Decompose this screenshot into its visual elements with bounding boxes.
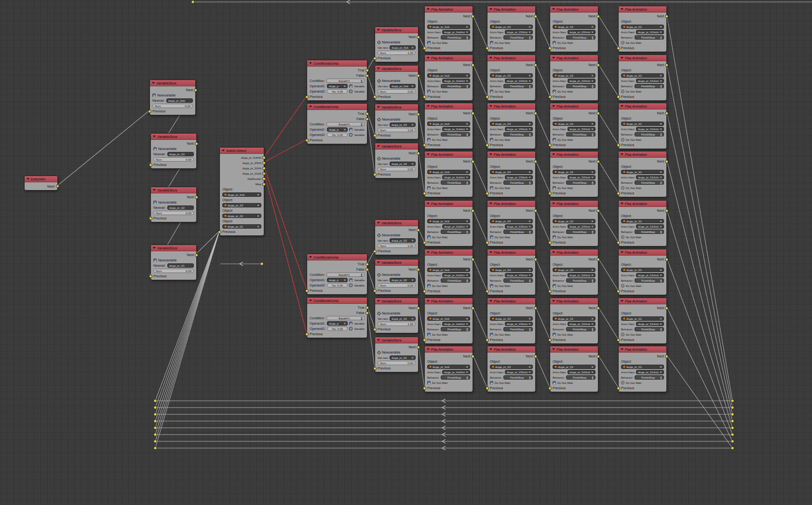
clear-icon[interactable]: ✕ (466, 323, 468, 326)
anim-name-field[interactable]: doga_pr_03Action001✕ (505, 370, 533, 374)
behavior-dropdown[interactable]: FinishStop (503, 180, 533, 185)
object-field[interactable]: doga_pr_01✕ (621, 122, 664, 126)
operand2-variable-checkbox[interactable] (349, 133, 352, 136)
node-variablestore[interactable]: VariableStoreNextNewvariableVar.namdoga_… (375, 104, 419, 139)
previous-input-socket[interactable] (548, 386, 552, 390)
node-header[interactable]: Play Animation (487, 346, 535, 353)
object-field[interactable]: doga_pr_fiub✕ (222, 192, 261, 197)
true-output-socket[interactable] (365, 68, 369, 72)
variable-name-field[interactable]: doga_pr_02✕ (390, 238, 416, 243)
do-not-wait-checkbox[interactable] (621, 333, 624, 336)
clear-icon[interactable]: ✕ (660, 366, 662, 369)
previous-input-socket[interactable] (548, 46, 552, 50)
node-play-animation[interactable]: Play AnimationNextObject:doga_pr_fiub✕An… (424, 298, 473, 344)
do-not-wait-checkbox[interactable] (427, 235, 431, 239)
previous-input-socket[interactable] (486, 241, 489, 244)
clear-icon[interactable]: ✕ (528, 128, 531, 131)
collapse-arrow-icon[interactable] (621, 348, 623, 350)
clear-icon[interactable]: ✕ (528, 80, 531, 82)
previous-input-socket[interactable] (486, 46, 489, 50)
num-field[interactable]: Num0.00 (378, 167, 416, 171)
behavior-dropdown[interactable]: FinishStop (635, 375, 664, 380)
next-output-socket[interactable] (534, 14, 537, 18)
anim-name-field[interactable]: doga_pr_fiubAction✕ (442, 30, 470, 34)
variable-name-field[interactable]: doga_pr_fiub✕ (390, 84, 416, 88)
node-header[interactable]: Play Animation (487, 103, 535, 109)
anim-name-field[interactable]: doga_pr_01Action✕ (636, 30, 664, 34)
clear-icon[interactable]: ✕ (466, 26, 468, 28)
num-field[interactable]: Num1.00 (378, 244, 416, 248)
anim-name-field[interactable]: doga_pr_02Action001✕ (568, 175, 595, 179)
collapse-arrow-icon[interactable] (377, 68, 380, 69)
next-output-socket[interactable] (417, 151, 420, 155)
previous-input-socket[interactable] (548, 241, 552, 244)
next-output-socket[interactable] (471, 209, 474, 212)
object-field[interactable]: doga_pr_03✕ (490, 25, 533, 29)
behavior-dropdown[interactable]: FinishStop (441, 230, 470, 234)
behavior-dropdown[interactable]: FinishStop (503, 132, 533, 136)
collapse-arrow-icon[interactable] (489, 8, 492, 10)
previous-input-socket[interactable] (486, 95, 489, 98)
do-not-wait-checkbox[interactable] (553, 381, 556, 384)
clear-icon[interactable]: ✕ (660, 123, 662, 125)
next-output-socket[interactable] (596, 306, 600, 310)
collapse-arrow-icon[interactable] (377, 300, 380, 302)
anim-name-field[interactable]: doga_pr_fiubAction001✕ (442, 273, 470, 277)
next-output-socket[interactable] (56, 185, 59, 188)
node-header[interactable]: Play Animation (487, 55, 535, 61)
do-not-wait-checkbox[interactable] (553, 284, 556, 287)
clear-icon[interactable]: ✕ (528, 26, 531, 28)
next-output-socket[interactable] (596, 258, 600, 261)
collapse-arrow-icon[interactable] (153, 247, 156, 249)
behavior-dropdown[interactable]: FinishStop (441, 278, 470, 283)
next-output-socket[interactable] (665, 306, 668, 310)
variable-name-field[interactable]: doga_pr_01✕ (390, 316, 416, 321)
collapse-arrow-icon[interactable] (552, 348, 555, 350)
clear-icon[interactable]: ✕ (591, 31, 594, 34)
clear-icon[interactable]: ✕ (660, 128, 662, 131)
clear-icon[interactable]: ✕ (466, 220, 468, 223)
previous-input-socket[interactable] (149, 217, 152, 220)
node-header[interactable]: ConditionalJump (307, 60, 367, 67)
node-play-animation[interactable]: Play AnimationNextObject:doga_pr_03✕Anim… (487, 103, 536, 149)
newvariable-toggle[interactable] (377, 233, 381, 237)
clear-icon[interactable]: ✕ (466, 366, 468, 369)
previous-input-socket[interactable] (486, 143, 489, 147)
object-field[interactable]: doga_pr_03✕ (490, 219, 533, 223)
newvariable-toggle[interactable] (377, 273, 381, 276)
clear-icon[interactable]: ✕ (660, 31, 662, 34)
behavior-dropdown[interactable]: FinishStop (566, 230, 595, 234)
clear-icon[interactable]: ✕ (466, 128, 468, 131)
clear-icon[interactable]: ✕ (591, 323, 594, 326)
node-variablestore[interactable]: VariableStoreNextNewvariableVar.namdoga_… (375, 143, 419, 178)
behavior-dropdown[interactable]: FinishStop (635, 278, 664, 283)
do-not-wait-checkbox[interactable] (621, 235, 624, 239)
node-header[interactable]: Play Animation (487, 298, 535, 304)
anim-name-field[interactable]: doga_pr_fiubAction001✕ (442, 370, 470, 374)
behavior-dropdown[interactable]: FinishStop (441, 35, 470, 40)
do-not-wait-checkbox[interactable] (490, 138, 493, 141)
clear-icon[interactable]: ✕ (411, 163, 414, 165)
object-field[interactable]: doga_pr_01✕ (621, 219, 664, 223)
collapse-arrow-icon[interactable] (377, 145, 380, 147)
previous-input-socket[interactable] (305, 138, 309, 142)
node-play-animation[interactable]: Play AnimationNextObject:doga_pr_fiub✕An… (424, 55, 473, 101)
object-field[interactable]: doga_pr_01✕ (621, 268, 664, 272)
newvariable-checkbox[interactable] (153, 201, 157, 204)
node-header[interactable]: Play Animation (487, 249, 535, 256)
collapse-arrow-icon[interactable] (309, 106, 312, 108)
collapse-arrow-icon[interactable] (621, 105, 623, 107)
collapse-arrow-icon[interactable] (621, 57, 623, 59)
num-field[interactable]: Num0.00 (152, 104, 193, 108)
operand1-variable-checkbox[interactable] (349, 322, 352, 325)
node-play-animation[interactable]: Play AnimationNextObject:doga_pr_02✕Anim… (550, 200, 598, 246)
do-not-wait-checkbox[interactable] (553, 186, 556, 190)
behavior-dropdown[interactable]: FinishStop (635, 230, 664, 234)
previous-input-socket[interactable] (617, 143, 620, 147)
collapse-arrow-icon[interactable] (427, 153, 430, 155)
previous-input-socket[interactable] (548, 289, 552, 293)
newvariable-toggle[interactable] (377, 156, 381, 160)
do-not-wait-checkbox[interactable] (427, 284, 431, 287)
object-field[interactable]: doga_pr_02✕ (553, 268, 595, 272)
behavior-dropdown[interactable]: FinishStop (635, 132, 664, 136)
